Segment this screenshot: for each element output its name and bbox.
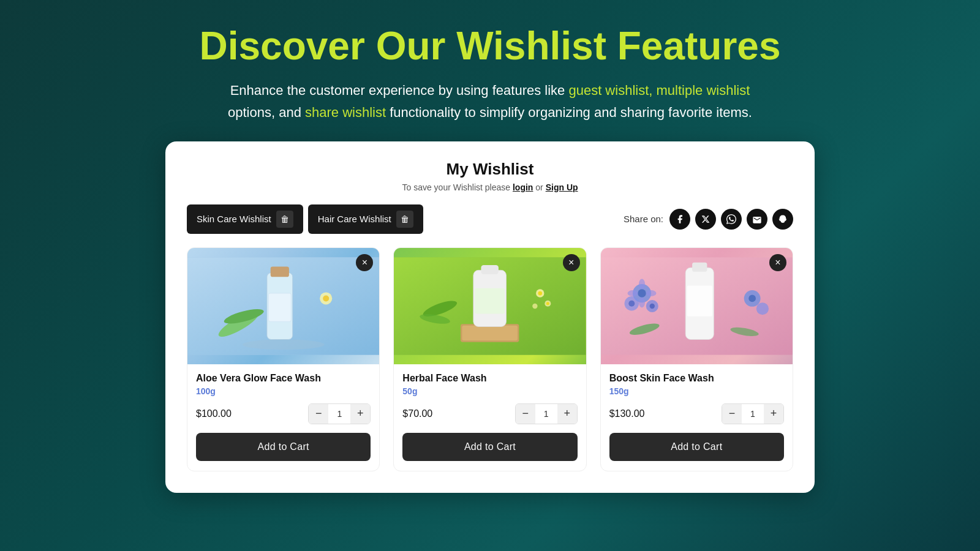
svg-point-35 xyxy=(639,298,645,308)
product-price-boost-skin: $130.00 xyxy=(609,408,715,419)
signup-link[interactable]: Sign Up xyxy=(546,182,578,192)
product-name-herbal: Herbal Face Wash xyxy=(402,373,577,384)
snapchat-icon xyxy=(778,214,788,224)
share-label: Share on: xyxy=(624,214,663,224)
qty-increase-herbal[interactable]: + xyxy=(557,404,577,424)
share-icons xyxy=(669,209,793,230)
product-name-boost-skin: Boost Skin Face Wash xyxy=(609,373,784,384)
wishlist-tabs: Skin Care Wishlist 🗑 Hair Care Wishlist … xyxy=(187,204,423,234)
svg-rect-16 xyxy=(475,288,505,313)
add-to-cart-aloe-vera-button[interactable]: Add to Cart xyxy=(196,433,371,461)
qty-value-boost-skin: 1 xyxy=(742,404,764,424)
product-price-herbal: $70.00 xyxy=(402,408,508,419)
svg-point-9 xyxy=(243,339,325,350)
qty-value-herbal: 1 xyxy=(535,404,557,424)
product-purchase-row-aloe-vera: $100.00 − 1 + xyxy=(196,403,371,424)
svg-rect-27 xyxy=(687,285,712,316)
subtitle-mid: options, and xyxy=(228,105,305,120)
wishlist-save-text: To save your Wishlist please login or Si… xyxy=(187,182,793,192)
share-facebook-button[interactable] xyxy=(669,209,690,230)
product-variant-herbal: 50g xyxy=(402,386,577,396)
qty-increase-aloe-vera[interactable]: + xyxy=(350,404,370,424)
subtitle-highlight-1: guest wishlist, multiple wishlist xyxy=(568,83,750,98)
qty-stepper-boost-skin: − 1 + xyxy=(722,403,784,424)
svg-point-31 xyxy=(628,301,635,307)
share-area: Share on: xyxy=(624,209,793,230)
qty-decrease-aloe-vera[interactable]: − xyxy=(309,404,328,424)
products-grid: × Aloe Vera Glow Face Wash 100g $100.00 … xyxy=(187,247,793,471)
page-subtitle: Enhance the customer experience by using… xyxy=(214,80,766,122)
product-card-herbal: × Herbal Face Wash 50g $70.00 − 1 + Add … xyxy=(393,247,586,471)
tab-skin-care-label: Skin Care Wishlist xyxy=(197,214,271,224)
subtitle-before: Enhance the customer experience by using… xyxy=(230,83,569,98)
product-info-herbal: Herbal Face Wash 50g $70.00 − 1 + Add to… xyxy=(394,364,586,471)
svg-rect-4 xyxy=(268,293,291,321)
svg-rect-13 xyxy=(462,326,518,340)
svg-point-39 xyxy=(748,294,756,302)
svg-point-34 xyxy=(639,279,645,289)
share-twitter-button[interactable] xyxy=(695,209,716,230)
svg-point-21 xyxy=(533,304,538,309)
svg-point-8 xyxy=(323,295,329,301)
add-to-cart-boost-skin-button[interactable]: Add to Cart xyxy=(609,433,784,461)
product-card-boost-skin: × Boost Skin Face Wash 150g $130.00 − 1 … xyxy=(600,247,793,471)
qty-value-aloe-vera: 1 xyxy=(328,404,350,424)
share-snapchat-button[interactable] xyxy=(772,209,793,230)
qty-stepper-herbal: − 1 + xyxy=(515,403,578,424)
aloe-product-illustration xyxy=(187,248,379,364)
wishlist-title: My Wishlist xyxy=(187,160,793,179)
qty-decrease-herbal[interactable]: − xyxy=(516,404,535,424)
svg-point-20 xyxy=(546,302,549,305)
svg-rect-3 xyxy=(271,266,289,277)
page-title: Discover Our Wishlist Features xyxy=(199,24,780,67)
twitter-x-icon xyxy=(701,215,710,223)
add-to-cart-herbal-button[interactable]: Add to Cart xyxy=(402,433,577,461)
share-whatsapp-button[interactable] xyxy=(721,209,742,230)
product-image-herbal: × xyxy=(394,248,586,364)
facebook-icon xyxy=(675,214,685,224)
product-purchase-row-herbal: $70.00 − 1 + xyxy=(402,403,577,424)
wishlist-toolbar: Skin Care Wishlist 🗑 Hair Care Wishlist … xyxy=(187,204,793,234)
svg-point-29 xyxy=(638,289,646,297)
svg-point-36 xyxy=(627,290,638,296)
svg-point-18 xyxy=(538,291,543,295)
boost-product-illustration xyxy=(601,248,793,364)
tab-hair-care[interactable]: Hair Care Wishlist 🗑 xyxy=(308,204,423,234)
product-variant-boost-skin: 150g xyxy=(609,386,784,396)
remove-boost-skin-button[interactable]: × xyxy=(769,254,786,271)
svg-point-33 xyxy=(649,304,654,309)
qty-stepper-aloe-vera: − 1 + xyxy=(308,403,371,424)
product-info-aloe-vera: Aloe Vera Glow Face Wash 100g $100.00 − … xyxy=(187,364,379,471)
svg-rect-15 xyxy=(481,265,499,274)
subtitle-after: functionality to simplify organizing and… xyxy=(386,105,752,120)
product-card-aloe-vera: × Aloe Vera Glow Face Wash 100g $100.00 … xyxy=(187,247,380,471)
tab-hair-care-label: Hair Care Wishlist xyxy=(318,214,391,224)
herbal-product-illustration xyxy=(394,248,586,364)
tab-hair-care-delete-icon[interactable]: 🗑 xyxy=(396,211,413,228)
svg-point-37 xyxy=(646,290,656,296)
product-name-aloe-vera: Aloe Vera Glow Face Wash xyxy=(196,373,371,384)
remove-herbal-button[interactable]: × xyxy=(563,254,580,271)
tab-skin-care-delete-icon[interactable]: 🗑 xyxy=(276,211,293,228)
qty-decrease-boost-skin[interactable]: − xyxy=(722,404,742,424)
whatsapp-icon xyxy=(726,214,736,224)
product-image-boost-skin: × xyxy=(601,248,793,364)
product-image-aloe-vera: × xyxy=(187,248,379,364)
login-link[interactable]: login xyxy=(513,182,533,192)
qty-increase-boost-skin[interactable]: + xyxy=(764,404,783,424)
subtitle-highlight-2: share wishlist xyxy=(305,105,386,120)
remove-aloe-vera-button[interactable]: × xyxy=(356,254,373,271)
product-info-boost-skin: Boost Skin Face Wash 150g $130.00 − 1 + … xyxy=(601,364,793,471)
share-email-button[interactable] xyxy=(747,209,767,230)
wishlist-panel: My Wishlist To save your Wishlist please… xyxy=(165,141,815,493)
svg-rect-26 xyxy=(692,263,707,272)
tab-skin-care[interactable]: Skin Care Wishlist 🗑 xyxy=(187,204,303,234)
product-purchase-row-boost-skin: $130.00 − 1 + xyxy=(609,403,784,424)
product-price-aloe-vera: $100.00 xyxy=(196,408,302,419)
email-icon xyxy=(752,215,762,223)
svg-point-40 xyxy=(756,302,769,315)
product-variant-aloe-vera: 100g xyxy=(196,386,371,396)
